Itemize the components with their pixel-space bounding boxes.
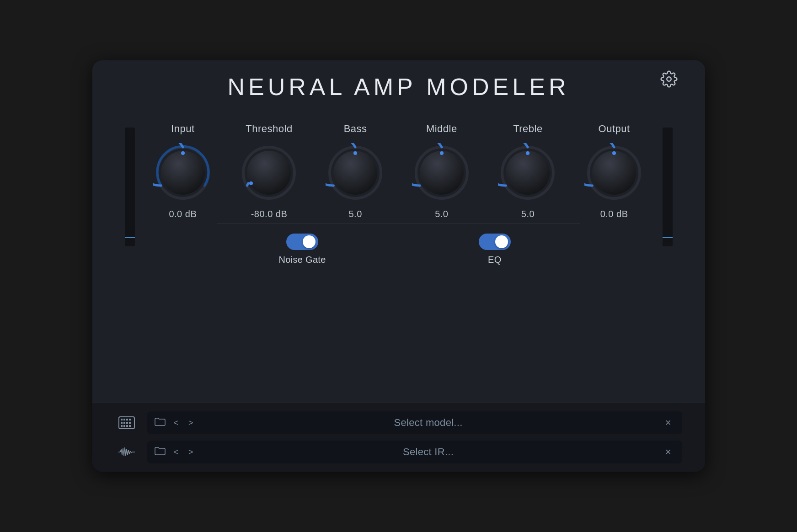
svg-point-3 — [181, 151, 185, 155]
settings-icon[interactable] — [660, 70, 678, 88]
bass-value: 5.0 — [348, 209, 362, 219]
svg-point-17 — [592, 151, 636, 195]
model-row: < > Select model... × — [115, 411, 682, 434]
bottom-section: < > Select model... × — [92, 403, 705, 472]
vu-meter-left — [120, 123, 140, 394]
eq-label: EQ — [488, 255, 502, 265]
output-label: Output — [599, 123, 630, 135]
bass-knob-unit: Bass — [319, 123, 392, 219]
ir-placeholder: Select IR... — [202, 446, 655, 458]
svg-point-15 — [526, 151, 530, 155]
input-knob[interactable] — [153, 143, 213, 202]
vu-bar-right — [663, 128, 673, 246]
bass-knob[interactable] — [326, 143, 385, 202]
svg-rect-26 — [126, 422, 128, 424]
header-divider — [120, 109, 678, 109]
input-knob-unit: Input — [146, 123, 219, 219]
ir-folder-icon[interactable] — [155, 447, 166, 458]
eq-unit: EQ — [458, 234, 531, 265]
threshold-label: Threshold — [246, 123, 292, 135]
svg-rect-29 — [123, 425, 125, 427]
noise-gate-unit: Noise Gate — [266, 234, 339, 265]
noise-gate-toggle[interactable] — [286, 234, 318, 250]
treble-knob-unit: Treble — [491, 123, 564, 219]
noise-gate-label: Noise Gate — [279, 255, 326, 265]
input-label: Input — [171, 123, 194, 135]
svg-point-14 — [506, 151, 550, 195]
model-file-bar: < > Select model... × — [147, 411, 682, 434]
treble-value: 5.0 — [521, 209, 535, 219]
ir-prev-icon[interactable]: < — [172, 446, 181, 459]
middle-knob[interactable] — [412, 143, 471, 202]
output-knob[interactable] — [584, 143, 644, 202]
top-section: NEURAL AMP MODELER I — [92, 60, 705, 403]
ir-icon — [115, 444, 138, 460]
knobs-divider — [217, 223, 579, 223]
svg-point-2 — [161, 151, 205, 195]
toggles-row: Noise Gate EQ — [140, 234, 658, 265]
treble-knob[interactable] — [498, 143, 557, 202]
model-folder-icon[interactable] — [155, 417, 166, 429]
model-icon — [115, 415, 138, 431]
middle-value: 5.0 — [435, 209, 448, 219]
knobs-row: Input — [140, 123, 658, 219]
svg-point-12 — [440, 151, 444, 155]
ir-close-icon[interactable]: × — [662, 444, 675, 460]
model-placeholder: Select model... — [202, 417, 655, 429]
input-value: 0.0 dB — [169, 209, 197, 219]
svg-rect-24 — [121, 422, 123, 424]
svg-rect-25 — [123, 422, 125, 424]
svg-point-0 — [667, 77, 671, 81]
output-value: 0.0 dB — [600, 209, 628, 219]
vu-meter-right — [658, 123, 678, 394]
header: NEURAL AMP MODELER — [120, 60, 678, 105]
threshold-knob[interactable] — [239, 143, 299, 202]
svg-point-11 — [420, 151, 464, 195]
ir-next-icon[interactable]: > — [187, 446, 195, 459]
main-content-area: Input — [120, 123, 678, 394]
vu-indicator-right — [663, 237, 673, 238]
threshold-value: -80.0 dB — [251, 209, 288, 219]
svg-rect-30 — [126, 425, 128, 427]
vu-bar-left — [125, 128, 135, 246]
svg-point-18 — [612, 151, 616, 155]
svg-rect-23 — [129, 419, 131, 420]
svg-point-5 — [247, 151, 291, 195]
svg-rect-21 — [123, 419, 125, 420]
ir-row: < > Select IR... × — [115, 441, 682, 463]
svg-rect-22 — [126, 419, 128, 420]
svg-point-6 — [249, 181, 253, 185]
svg-rect-27 — [129, 422, 131, 424]
middle-knob-unit: Middle — [405, 123, 478, 219]
model-close-icon[interactable]: × — [662, 415, 675, 431]
plugin-window: NEURAL AMP MODELER I — [92, 60, 705, 472]
svg-rect-28 — [121, 425, 123, 427]
knobs-area: Input — [140, 123, 658, 394]
app-title: NEURAL AMP MODELER — [228, 73, 570, 101]
svg-point-8 — [333, 151, 377, 195]
model-next-icon[interactable]: > — [187, 416, 195, 430]
treble-label: Treble — [513, 123, 543, 135]
model-prev-icon[interactable]: < — [172, 416, 181, 430]
svg-rect-20 — [121, 419, 123, 420]
output-knob-unit: Output — [578, 123, 651, 219]
threshold-knob-unit: Threshold — [232, 123, 305, 219]
middle-label: Middle — [426, 123, 457, 135]
svg-line-45 — [131, 452, 132, 453]
eq-toggle[interactable] — [479, 234, 511, 250]
ir-file-bar: < > Select IR... × — [147, 441, 682, 463]
svg-rect-31 — [129, 425, 131, 427]
svg-point-9 — [353, 151, 357, 155]
bass-label: Bass — [344, 123, 367, 135]
vu-indicator-left — [125, 237, 135, 238]
